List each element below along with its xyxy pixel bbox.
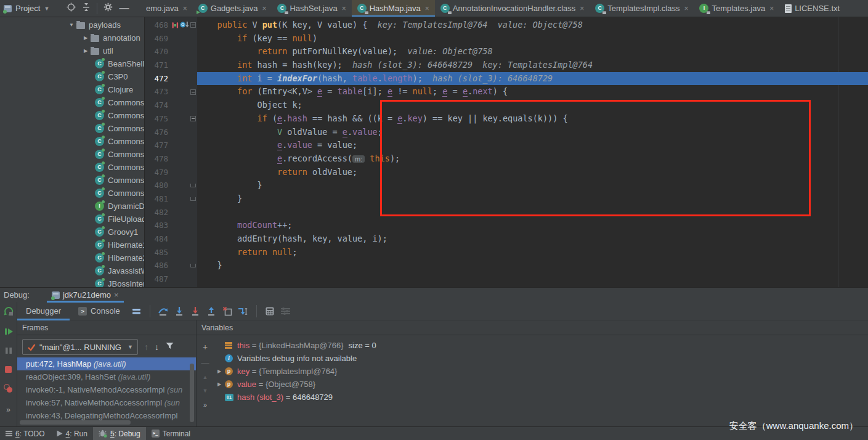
run-to-cursor-icon[interactable] — [235, 304, 251, 319]
gutter-cell[interactable]: 480 — [145, 179, 197, 192]
gutter-cell[interactable]: 487 — [145, 272, 197, 286]
frame-row[interactable]: invoke:57, NativeMethodAccessorImpl (sun — [17, 396, 196, 409]
pause-icon[interactable] — [4, 346, 13, 357]
gutter-cell[interactable]: 476 — [145, 126, 197, 139]
evaluate-expression-icon[interactable] — [262, 304, 278, 319]
filter-frames-icon[interactable] — [165, 341, 174, 352]
variable-row-hash-slot_3-[interactable]: 01hash (slot_3) = 646648729 — [214, 391, 868, 404]
step-over-icon[interactable] — [155, 304, 171, 319]
toolwindow-button--debug[interactable]: 5: Debug — [93, 427, 146, 440]
tree-item-hibernate1[interactable]: CHibernate1 — [0, 238, 144, 251]
fold-marker[interactable] — [189, 179, 197, 192]
tree-item-fileupload[interactable]: CFileUpload — [0, 213, 144, 226]
view-options-icon[interactable] — [129, 304, 145, 319]
tree-item-clojure[interactable]: CClojure — [0, 83, 144, 96]
close-icon[interactable]: × — [769, 4, 774, 13]
resume-icon[interactable] — [4, 327, 14, 339]
tab-templates-java[interactable]: ITemplates.java× — [694, 0, 779, 17]
collapse-arrow-icon[interactable]: ▶ — [81, 35, 91, 41]
tree-item-commons[interactable]: CCommons — [0, 148, 144, 161]
gutter-cell[interactable]: 482 — [145, 206, 197, 219]
frame-down-icon[interactable]: ↓ — [155, 342, 159, 352]
remove-watch-icon[interactable]: — — [201, 359, 209, 367]
frame-row[interactable]: readObject:309, HashSet (java.util) — [17, 370, 196, 383]
fold-marker[interactable] — [189, 18, 197, 32]
gutter-cell[interactable]: 472 — [145, 72, 197, 86]
gutter-cell[interactable]: 468 — [145, 18, 197, 32]
tree-item-jbossinter[interactable]: CJBossInter — [0, 277, 144, 287]
tree-item-javassistw[interactable]: CJavassistW — [0, 264, 144, 277]
drop-frame-icon[interactable] — [219, 304, 235, 319]
fold-marker[interactable] — [189, 99, 197, 112]
gutter-cell[interactable]: 478 — [145, 152, 197, 166]
toolwindow-button--todo[interactable]: 6: TODO — [0, 427, 51, 440]
close-icon[interactable]: × — [425, 4, 429, 13]
close-icon[interactable]: × — [262, 4, 266, 13]
fold-marker[interactable] — [189, 232, 197, 246]
gutter-cell[interactable]: 475 — [145, 112, 197, 126]
collapse-arrow-icon[interactable]: ▶ — [81, 48, 91, 54]
gutter-cell[interactable]: 486 — [145, 259, 197, 272]
tab-hashmap-java[interactable]: CHashMap.java× — [352, 0, 435, 17]
gutter-cell[interactable]: 473 — [145, 85, 197, 99]
close-icon[interactable]: × — [684, 4, 688, 13]
gutter-cell[interactable]: 474 — [145, 99, 197, 112]
trace-icon[interactable] — [278, 304, 294, 319]
gutter-cell[interactable]: 470 — [145, 45, 197, 59]
fold-marker[interactable] — [189, 72, 197, 86]
fold-marker[interactable] — [189, 139, 197, 152]
tree-item-annotation[interactable]: ▶annotation — [0, 31, 144, 44]
gutter-cell[interactable]: 469 — [145, 32, 197, 46]
fold-marker[interactable] — [189, 59, 197, 72]
step-out-icon[interactable] — [203, 304, 219, 319]
gutter-cell[interactable]: 483 — [145, 219, 197, 232]
tree-item-c3p0[interactable]: CC3P0 — [0, 70, 144, 83]
fold-marker[interactable] — [189, 259, 197, 272]
hide-panel-icon[interactable]: — — [119, 3, 129, 14]
tree-item-commons[interactable]: CCommons — [0, 96, 144, 109]
chevron-down-icon[interactable]: ▼ — [44, 6, 49, 12]
stop-icon[interactable] — [4, 365, 12, 376]
variable-row-key[interactable]: ▶pkey = {TemplatesImpl@764} — [214, 365, 868, 378]
tree-item-commons[interactable]: CCommons — [0, 187, 144, 200]
thread-selector[interactable]: "main"@1... RUNNING ▼ — [22, 339, 138, 355]
fold-marker[interactable] — [189, 45, 197, 59]
code-editor[interactable]: 468 public V put(K key, V value) { key: … — [145, 17, 868, 287]
expand-arrow-icon[interactable]: ▼ — [67, 22, 76, 28]
tree-item-commons[interactable]: CCommons — [0, 122, 144, 135]
force-step-into-icon[interactable] — [187, 304, 203, 319]
tree-item-hibernate2[interactable]: CHibernate2 — [0, 251, 144, 264]
close-icon[interactable]: × — [183, 4, 187, 13]
close-icon[interactable]: × — [342, 4, 346, 13]
fold-marker[interactable] — [189, 246, 197, 259]
collapse-all-icon[interactable] — [82, 2, 91, 14]
fold-marker[interactable] — [189, 85, 197, 99]
tree-item-commons[interactable]: CCommons — [0, 174, 144, 187]
expand-arrow-icon[interactable]: ▶ — [214, 381, 225, 387]
fold-marker[interactable] — [189, 152, 197, 166]
view-breakpoints-icon[interactable] — [3, 383, 14, 396]
tab-gadgets-java[interactable]: CGadgets.java× — [193, 0, 272, 17]
debugger-tab-console[interactable]: >Console — [70, 302, 129, 320]
frame-row[interactable]: put:472, HashMap (java.util) — [17, 357, 196, 370]
variable-row[interactable]: iVariables debug info not available — [214, 352, 868, 365]
frames-horizontal-scrollbar[interactable] — [20, 420, 131, 425]
settings-gear-icon[interactable] — [103, 2, 113, 14]
tree-item-commons[interactable]: CCommons — [0, 135, 144, 148]
tree-item-beanshell1[interactable]: CBeanShell1 — [0, 57, 144, 70]
close-icon[interactable]: × — [580, 4, 584, 13]
tree-item-util[interactable]: ▶util — [0, 44, 144, 57]
rerun-icon[interactable] — [3, 306, 14, 319]
fold-marker[interactable] — [189, 126, 197, 139]
frames-vertical-scrollbar[interactable] — [190, 364, 194, 422]
locate-file-icon[interactable] — [67, 2, 76, 14]
tab-annotationinvocationhandler-class[interactable]: CAnnotationInvocationHandler.class× — [435, 0, 590, 17]
gutter-cell[interactable]: 484 — [145, 232, 197, 246]
tree-item-groovy1[interactable]: CGroovy1 — [0, 226, 144, 238]
variable-row-value[interactable]: ▶pvalue = {Object@758} — [214, 378, 868, 391]
variable-row-this[interactable]: this = {LinkedHashMap@766}size = 0 — [214, 339, 868, 352]
tab-templatesimpl-class[interactable]: CTemplatesImpl.class× — [590, 0, 694, 17]
tab-emo-java[interactable]: emo.java× — [145, 0, 193, 17]
fold-marker[interactable] — [189, 192, 197, 206]
more-icon[interactable]: » — [6, 404, 10, 415]
